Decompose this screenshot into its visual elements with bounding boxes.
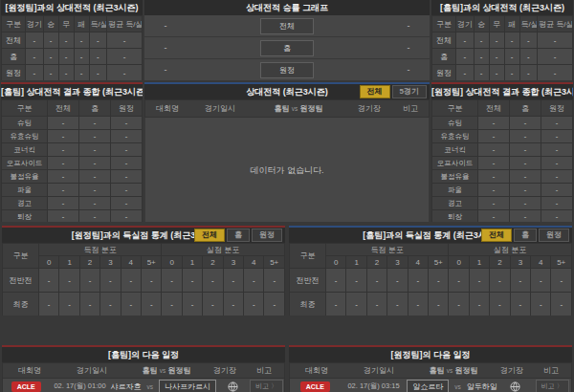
col-header-note: 비고	[392, 103, 429, 114]
table-cell: -	[142, 269, 162, 293]
table-cell: -	[79, 269, 99, 293]
row-label: 최종	[3, 293, 39, 316]
tab-home[interactable]: 홈	[227, 229, 250, 242]
bin-header: 1	[346, 256, 366, 269]
col-header-venue: 경기장	[346, 103, 392, 114]
table-cell: -	[142, 293, 162, 316]
winrate-bar-left	[187, 37, 260, 58]
match-teams: 샤르자흐 vs 나사프카르시	[111, 380, 217, 392]
table-row: 파울 - - -	[432, 184, 573, 197]
h2h-tabs: 전체 5경기	[360, 85, 427, 98]
table-cell: -	[203, 293, 223, 316]
table-row: 원정 - - - - - -	[2, 65, 143, 81]
table-cell: -	[538, 33, 573, 49]
col-header-match: 홈팀 vs 원정팀	[127, 365, 206, 376]
table-cell: -	[223, 269, 243, 293]
col-header: 득/실	[89, 16, 107, 33]
col-header: 승	[474, 16, 489, 33]
table-cell: -	[39, 269, 59, 293]
table-cell: -	[111, 143, 143, 157]
stadium-icon[interactable]	[216, 381, 250, 392]
panel-title-text: [홈팀]과의 득실점 통계 (최근3시즌)	[363, 230, 498, 240]
table-cell: -	[59, 269, 79, 293]
table-cell: -	[469, 293, 489, 316]
table-row: 코너킥 - - -	[432, 143, 573, 157]
bin-header: 5+	[264, 256, 285, 269]
vs-label: vs	[447, 367, 453, 374]
home-team-name[interactable]: 샤르자흐	[111, 381, 142, 392]
row-label: 퇴장	[432, 210, 478, 223]
table-cell: -	[478, 130, 510, 143]
match-datetime: 02. 17(월) 03:15	[341, 381, 408, 391]
tab-home[interactable]: 홈	[514, 229, 537, 242]
goals-distribution-table: 구분 득점 분포 실점 분포 0 1 2 3 4 5+ 0	[2, 243, 285, 316]
col-header: 무	[58, 16, 74, 33]
record-table: 구분 경기 승 무 패 득/실 평균 득/실 전체 - - - - - -	[431, 15, 573, 80]
away-winrate-value: -	[387, 43, 430, 53]
col-header-venue: 경기장	[493, 365, 531, 376]
col-header: 평균 득/실	[107, 16, 143, 33]
table-cell: -	[478, 197, 510, 210]
row-label: 유효슈팅	[432, 130, 478, 143]
table-cell: -	[48, 170, 79, 184]
row-label: 원정	[432, 65, 456, 81]
table-cell: -	[510, 170, 541, 184]
table-cell: -	[478, 117, 510, 130]
table-cell: -	[531, 293, 551, 316]
home-winrate-value: -	[144, 65, 187, 75]
winrate-row: - 홈 -	[144, 37, 430, 59]
panel-title: [원정팀]과의 득실점 통계 (최근3시즌) 전체 홈 원정	[2, 228, 285, 243]
table-cell: -	[489, 33, 504, 49]
bin-header: 5+	[429, 256, 449, 269]
table-cell: -	[203, 269, 223, 293]
col-header-away: 원정팀	[167, 366, 190, 375]
col-header: 원정	[111, 100, 143, 117]
col-header: 승	[43, 16, 58, 33]
table-cell: -	[478, 143, 510, 157]
row-label: 코너킥	[2, 143, 48, 157]
table-cell: -	[456, 33, 475, 49]
col-header: 경기	[26, 16, 44, 33]
table-cell: -	[541, 143, 573, 157]
goals-stats-tabs: 전체 홈 원정	[481, 229, 569, 242]
table-cell: -	[39, 293, 59, 316]
table-cell: -	[121, 293, 141, 316]
col-header: 패	[74, 16, 89, 33]
tab-all[interactable]: 전체	[360, 85, 390, 98]
table-cell: -	[111, 184, 143, 197]
tab-all[interactable]: 전체	[481, 229, 512, 242]
table-cell: -	[48, 157, 79, 170]
note-button[interactable]: 비고 〉	[250, 380, 283, 392]
row-label: 경고	[2, 197, 48, 210]
record-vs-home-panel: [홈팀]과의 상대전적 (최근3시즌) 구분 경기 승 무 패 득/실 평균 득…	[431, 0, 573, 80]
table-cell: -	[478, 184, 510, 197]
away-team-name[interactable]: 알두하일	[467, 381, 497, 392]
vs-label: vs	[454, 383, 461, 390]
row-label: 슈팅	[2, 117, 48, 130]
table-row: 전체 - - - - - -	[2, 33, 143, 49]
away-team-result-summary-panel: [원정팀] 상대전적 결과 종합 (최근3시즌 평균) 구분 전체 홈 원정 슈…	[431, 82, 573, 222]
table-cell: -	[541, 130, 573, 143]
table-cell: -	[510, 197, 541, 210]
winrate-row-label: 전체	[260, 18, 314, 34]
table-row: 퇴장 - - -	[2, 210, 143, 223]
bin-header: 2	[79, 256, 99, 269]
table-cell: -	[111, 210, 143, 223]
record-table: 구분 경기 승 무 패 득/실 평균 득/실 전체 - - - - - -	[1, 15, 143, 80]
table-cell: -	[182, 293, 202, 316]
tab-away[interactable]: 원정	[539, 229, 569, 242]
table-cell: -	[79, 157, 111, 170]
away-team-name[interactable]: 나사프카르시	[159, 380, 216, 392]
tab-5games[interactable]: 5경기	[392, 85, 427, 98]
table-cell: -	[26, 33, 44, 49]
stadium-icon[interactable]	[497, 381, 534, 392]
col-header: 전체	[48, 100, 79, 117]
group-header-conceded: 실점 분포	[449, 244, 572, 256]
table-cell: -	[551, 269, 572, 293]
tab-away[interactable]: 원정	[252, 229, 282, 242]
home-team-name[interactable]: 알쇼르타	[407, 380, 449, 392]
note-button[interactable]: 비고 〉	[536, 380, 569, 392]
tab-all[interactable]: 전체	[194, 229, 225, 242]
table-cell: -	[79, 117, 111, 130]
table-cell: -	[58, 33, 74, 49]
